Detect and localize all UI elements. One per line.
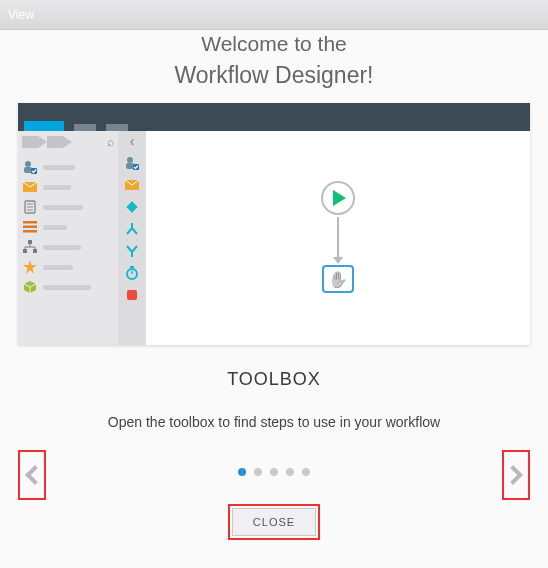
chevron-left-icon xyxy=(25,465,45,485)
svg-rect-11 xyxy=(28,240,32,244)
svg-rect-8 xyxy=(23,221,37,224)
pagination-dot[interactable] xyxy=(302,468,310,476)
svg-line-25 xyxy=(132,228,137,234)
chevron-left-icon: ‹ xyxy=(130,133,135,149)
drop-target: ✋ xyxy=(322,265,354,293)
pagination-dot[interactable] xyxy=(270,468,278,476)
next-button[interactable] xyxy=(502,450,530,500)
welcome-heading: Welcome to the Workflow Designer! xyxy=(0,32,548,89)
start-node xyxy=(321,181,355,215)
search-icon: ⌕ xyxy=(107,135,114,149)
bars-icon xyxy=(23,220,37,234)
preview-header xyxy=(18,103,530,131)
svg-rect-22 xyxy=(126,201,137,212)
clipboard-icon xyxy=(23,200,37,214)
svg-rect-32 xyxy=(127,290,137,300)
svg-line-27 xyxy=(132,246,137,252)
pointer-hand-icon: ✋ xyxy=(328,270,348,289)
top-menubar: View xyxy=(0,0,548,30)
welcome-line1: Welcome to the xyxy=(0,32,548,56)
svg-rect-10 xyxy=(23,230,37,233)
star-icon xyxy=(23,260,37,274)
branch-icon xyxy=(124,221,140,237)
pagination-dot[interactable] xyxy=(286,468,294,476)
welcome-line2: Workflow Designer! xyxy=(0,62,548,89)
sidebar-item xyxy=(21,277,115,297)
preview-canvas: ✋ xyxy=(146,131,530,345)
merge-icon xyxy=(124,243,140,259)
section-description: Open the toolbox to find steps to use in… xyxy=(0,414,548,430)
org-icon xyxy=(23,240,37,254)
preview-sidebar: ⌕ xyxy=(18,131,118,345)
timer-icon xyxy=(124,265,140,281)
diamond-icon xyxy=(124,199,140,215)
sidebar-item xyxy=(21,177,115,197)
envelope-icon xyxy=(124,177,140,193)
svg-point-0 xyxy=(25,161,31,167)
svg-rect-9 xyxy=(23,226,37,229)
preview-toolbox-strip: ‹ xyxy=(118,131,146,345)
pagination-dot[interactable] xyxy=(238,468,246,476)
close-button[interactable]: CLOSE xyxy=(232,508,316,536)
stop-icon xyxy=(124,287,140,303)
preview-active-tab xyxy=(24,121,64,131)
pagination-dot[interactable] xyxy=(254,468,262,476)
sidebar-item xyxy=(21,217,115,237)
envelope-icon xyxy=(23,180,37,194)
chevron-right-icon xyxy=(503,465,523,485)
svg-point-18 xyxy=(127,157,133,163)
svg-rect-13 xyxy=(33,249,37,253)
section-title: TOOLBOX xyxy=(0,369,548,390)
person-check-icon xyxy=(23,160,37,174)
svg-rect-12 xyxy=(23,249,27,253)
svg-rect-19 xyxy=(126,163,134,169)
svg-line-24 xyxy=(127,228,132,234)
preview-tab xyxy=(74,124,96,131)
view-menu[interactable]: View xyxy=(8,8,34,22)
preview-tab xyxy=(106,124,128,131)
sidebar-item xyxy=(21,157,115,177)
tutorial-preview-image: ⌕ ‹ ✋ xyxy=(18,103,530,345)
sidebar-item xyxy=(21,257,115,277)
prev-button[interactable] xyxy=(18,450,46,500)
svg-line-26 xyxy=(127,246,132,252)
cube-icon xyxy=(23,280,37,294)
pagination-dots xyxy=(0,468,548,476)
svg-rect-1 xyxy=(24,167,32,173)
person-check-icon xyxy=(124,155,140,171)
sidebar-item xyxy=(21,237,115,257)
play-icon xyxy=(333,190,346,206)
preview-search-bar: ⌕ xyxy=(18,131,118,153)
sidebar-item xyxy=(21,197,115,217)
